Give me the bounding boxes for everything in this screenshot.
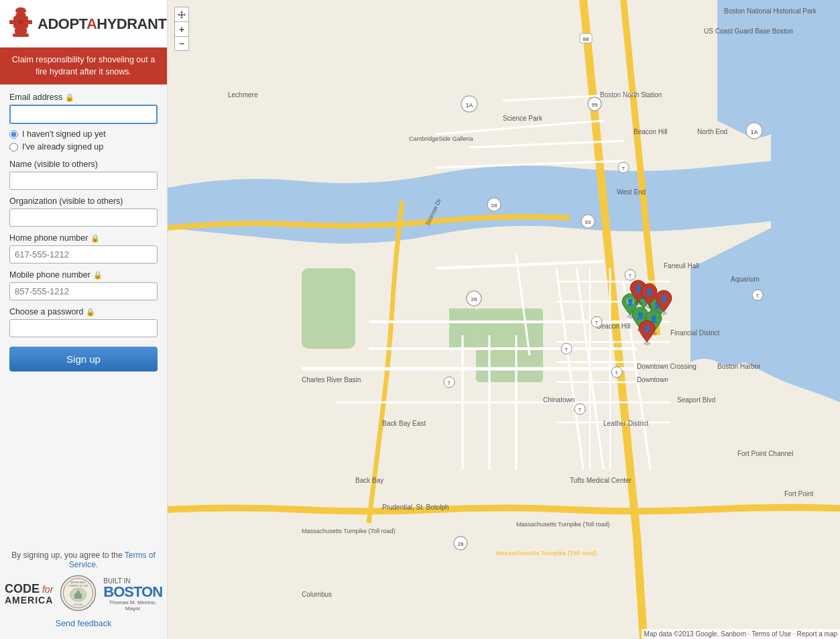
password-input[interactable]: [9, 319, 158, 337]
zoom-out-button[interactable]: −: [174, 36, 189, 51]
svg-text:👤: 👤: [643, 325, 652, 333]
svg-rect-13: [74, 593, 82, 599]
svg-text:Lechmere: Lechmere: [228, 91, 258, 99]
svg-text:Boston Harbor: Boston Harbor: [717, 363, 761, 370]
svg-text:Massachusetts Turnpike (Toll r: Massachusetts Turnpike (Toll road): [302, 528, 396, 534]
svg-text:Boston North Station: Boston North Station: [600, 91, 662, 99]
map-area[interactable]: Massachusetts Turnpike (Toll road) Massa…: [168, 0, 840, 639]
svg-text:28: 28: [458, 541, 464, 547]
logo-text: ADOPTAHYDRANT: [38, 15, 166, 33]
tos-text: By signing up, you agree to the Terms of…: [9, 550, 158, 569]
email-input[interactable]: [9, 105, 158, 124]
mobile-input[interactable]: [9, 282, 158, 300]
mobile-label: Mobile phone number 🔒: [9, 270, 158, 280]
form-area: Email address 🔒 I haven't signed up yet …: [0, 84, 167, 544]
lock-icon-mobile: 🔒: [93, 271, 103, 280]
svg-rect-1: [15, 13, 26, 16]
svg-text:Prudential, St. Botolph: Prudential, St. Botolph: [382, 504, 449, 511]
svg-point-133: [180, 13, 183, 16]
zoom-in-button[interactable]: +: [174, 21, 189, 36]
svg-text:Tufts Medical Center: Tufts Medical Center: [570, 477, 632, 484]
svg-text:T: T: [579, 408, 582, 412]
svg-text:Columbus: Columbus: [302, 591, 332, 598]
svg-text:Financial District: Financial District: [670, 329, 720, 337]
map-attribution: Map data ©2013 Google, Sanborn · Terms o…: [642, 629, 840, 639]
svg-text:Aquarium: Aquarium: [731, 276, 760, 283]
map-controls: + −: [174, 7, 189, 51]
svg-text:Downtown: Downtown: [637, 376, 668, 384]
svg-text:T: T: [622, 166, 625, 171]
svg-text:Seaport Blvd: Seaport Blvd: [677, 396, 715, 404]
svg-rect-4: [28, 20, 32, 24]
svg-marker-131: [178, 13, 180, 16]
org-label: Organization (visible to others): [9, 196, 158, 206]
radio-existing-label[interactable]: I've already signed up: [9, 142, 158, 152]
name-input[interactable]: [9, 172, 158, 190]
svg-rect-5: [15, 28, 27, 34]
drag-pan-button[interactable]: [174, 7, 189, 21]
svg-text:T: T: [565, 347, 568, 352]
footer-area: By signing up, you agree to the Terms of…: [0, 544, 167, 639]
radio-new-label[interactable]: I haven't signed up yet: [9, 129, 158, 139]
svg-text:T: T: [756, 294, 760, 298]
logo-area: ADOPTAHYDRANT: [0, 0, 167, 48]
phone-label: Home phone number 🔒: [9, 233, 158, 243]
radio-existing[interactable]: [9, 143, 18, 152]
svg-text:Massachusetts Turnpike (Toll r: Massachusetts Turnpike (Toll road): [516, 521, 610, 528]
svg-text:Leather District: Leather District: [603, 420, 648, 427]
svg-text:US Coast Guard Base Boston: US Coast Guard Base Boston: [704, 27, 793, 35]
password-label: Choose a password 🔒: [9, 307, 158, 316]
svg-text:28: 28: [491, 202, 497, 209]
svg-text:T: T: [448, 381, 451, 386]
svg-text:👤: 👤: [636, 311, 645, 320]
svg-text:99: 99: [592, 102, 598, 108]
boston-seal: BOSTONIA CONDITA AD. 1630 A.D. 1822: [60, 575, 97, 614]
map-svg: Massachusetts Turnpike (Toll road) Massa…: [168, 0, 840, 639]
svg-text:Beacon Hill: Beacon Hill: [634, 128, 668, 135]
svg-text:A.D. 1822: A.D. 1822: [73, 603, 83, 606]
svg-text:CambridgeSide Galleria: CambridgeSide Galleria: [409, 135, 473, 142]
radio-group: I haven't signed up yet I've already sig…: [9, 129, 158, 152]
svg-text:👤: 👤: [645, 288, 654, 296]
map-container: Massachusetts Turnpike (Toll road) Massa…: [168, 0, 840, 639]
svg-text:CONDITA AD. 1630: CONDITA AD. 1630: [68, 585, 88, 587]
svg-text:Back Bay: Back Bay: [355, 477, 383, 484]
svg-marker-130: [180, 17, 183, 19]
svg-rect-3: [9, 20, 13, 24]
tagline: Claim responsibility for shoveling out a…: [0, 48, 167, 84]
phone-input[interactable]: [9, 245, 158, 264]
org-input[interactable]: [9, 209, 158, 227]
svg-text:Fort Point Channel: Fort Point Channel: [737, 450, 793, 457]
email-label: Email address 🔒: [9, 93, 158, 102]
svg-text:👤: 👤: [660, 294, 668, 303]
lock-icon-password: 🔒: [86, 308, 95, 316]
built-boston: Built in BOSTON Thomas M. Menino, Mayor: [103, 577, 162, 612]
svg-text:T: T: [629, 274, 632, 278]
svg-text:Charles River Basin: Charles River Basin: [302, 376, 361, 384]
svg-text:Faneuil Hall: Faneuil Hall: [664, 262, 699, 270]
svg-text:1A: 1A: [465, 102, 473, 109]
svg-text:93: 93: [585, 219, 591, 225]
svg-rect-18: [476, 308, 543, 382]
svg-text:Science Park: Science Park: [503, 115, 543, 122]
name-label: Name (visible to others): [9, 160, 158, 169]
svg-text:BOSTONIA: BOSTONIA: [70, 581, 86, 584]
svg-text:T: T: [615, 371, 619, 375]
svg-text:Massachusetts Turnpike (Toll r: Massachusetts Turnpike (Toll road): [496, 550, 597, 557]
svg-text:Chinatown: Chinatown: [543, 396, 575, 404]
radio-new[interactable]: [9, 130, 18, 139]
lock-icon-phone: 🔒: [91, 234, 100, 243]
svg-text:Back Bay East: Back Bay East: [382, 420, 426, 427]
svg-rect-20: [302, 268, 355, 349]
svg-point-7: [18, 19, 23, 25]
svg-text:1A: 1A: [750, 129, 758, 135]
svg-text:28: 28: [471, 296, 477, 302]
svg-point-0: [15, 7, 26, 14]
lock-icon: 🔒: [65, 93, 74, 102]
svg-text:Downtown Crossing: Downtown Crossing: [637, 363, 697, 370]
signup-button[interactable]: Sign up: [9, 347, 158, 371]
svg-marker-132: [184, 13, 186, 16]
send-feedback-link[interactable]: Send feedback: [56, 619, 111, 628]
hydrant-icon: [8, 7, 34, 42]
svg-text:T: T: [595, 321, 599, 325]
